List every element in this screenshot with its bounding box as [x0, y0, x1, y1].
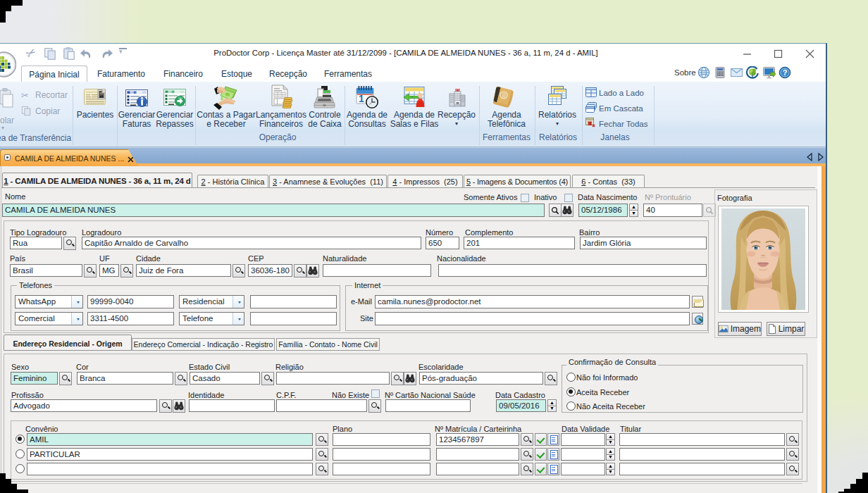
svg-text:?: ?	[783, 68, 788, 77]
svg-text:1: 1	[359, 93, 364, 104]
svg-text:@: @	[502, 92, 506, 99]
